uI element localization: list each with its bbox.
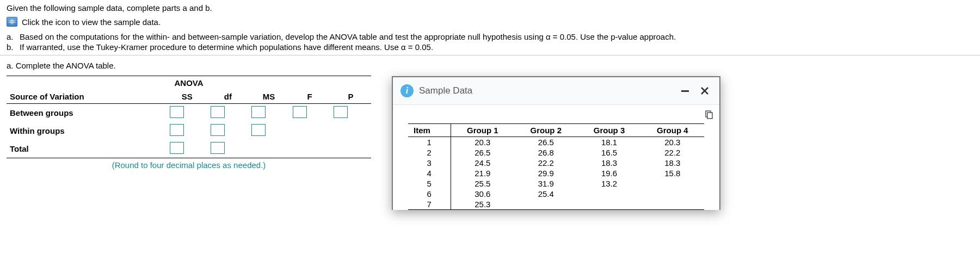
part-b-text: If warranted, use the Tukey-Kramer proce… [20,42,433,52]
table-cell: 18.3 [641,158,704,168]
table-cell: 26.8 [514,147,577,158]
anova-col-source: Source of Variation [7,90,167,104]
table-row: 324.522.218.318.3 [408,158,704,168]
anova-row-between: Between groups [7,104,167,122]
anova-col-df: df [207,90,248,104]
anova-between-f-input[interactable] [293,106,307,118]
table-cell: 2 [408,147,451,158]
anova-table: ANOVA Source of Variation SS df MS F P B… [7,76,371,158]
anova-row-total: Total [7,140,167,158]
sample-data-table: Item Group 1 Group 2 Group 3 Group 4 120… [408,123,704,173]
part-b-label: b. [7,42,16,52]
table-cell: 3 [408,158,451,168]
anova-col-p: P [330,90,371,104]
table-cell: 4 [408,168,451,173]
table-cell: 26.5 [451,147,514,158]
table-cell: 1 [408,137,451,148]
table-row: 421.929.919.615.8 [408,168,704,173]
table-cell: 21.9 [451,168,514,173]
anova-within-ms-input[interactable] [251,124,266,136]
anova-total-ss-input[interactable] [170,142,184,154]
col-group3: Group 3 [577,124,640,137]
table-cell: 18.3 [577,158,640,168]
anova-between-p-input[interactable] [334,106,348,118]
col-group1: Group 1 [451,124,514,137]
dialog-header: i Sample Data [393,77,719,105]
anova-between-ms-input[interactable] [251,106,266,118]
table-cell: 18.1 [577,137,640,148]
table-cell: 15.8 [641,168,704,173]
anova-between-df-input[interactable] [211,106,225,118]
table-cell: 20.3 [641,137,704,148]
col-group2: Group 2 [514,124,577,137]
anova-title: ANOVA [7,76,371,90]
close-button[interactable] [698,84,712,98]
question-prompt: Given the following sample data, complet… [7,3,973,13]
table-cell: 20.3 [451,137,514,148]
table-cell: 22.2 [514,158,577,168]
round-note: (Round to four decimal places as needed.… [7,160,371,170]
dialog-title: Sample Data [419,85,673,96]
copy-icon[interactable] [704,110,713,119]
table-cell: 29.9 [514,168,577,173]
table-cell: 22.2 [641,147,704,158]
table-cell: 26.5 [514,137,577,148]
anova-within-ss-input[interactable] [170,124,184,136]
svg-rect-2 [707,113,712,119]
divider [0,55,980,55]
table-cell: 16.5 [577,147,640,158]
table-row: 226.526.816.522.2 [408,147,704,158]
col-group4: Group 4 [641,124,704,137]
col-item: Item [408,124,451,137]
anova-between-ss-input[interactable] [170,106,184,118]
table-cell: 24.5 [451,158,514,168]
minimize-button[interactable] [678,84,692,98]
section-a-prompt: a. Complete the ANOVA table. [7,61,973,70]
anova-col-ms: MS [248,90,289,104]
view-data-icon[interactable] [7,17,17,27]
anova-row-within: Within groups [7,122,167,140]
anova-col-f: F [289,90,330,104]
part-a-text: Based on the computations for the within… [20,32,676,41]
svg-rect-0 [681,90,689,92]
table-row: 120.326.518.120.3 [408,137,704,148]
anova-total-df-input[interactable] [211,142,225,154]
table-cell: 19.6 [577,168,640,173]
sample-data-dialog: i Sample Data Item Group 1 Group 2 Group… [392,76,720,173]
anova-col-ss: SS [167,90,207,104]
anova-table-wrapper: ANOVA Source of Variation SS df MS F P B… [7,76,371,170]
part-a-label: a. [7,32,16,41]
view-data-text: Click the icon to view the sample data. [22,17,161,27]
info-icon: i [400,84,414,97]
anova-within-df-input[interactable] [211,124,225,136]
